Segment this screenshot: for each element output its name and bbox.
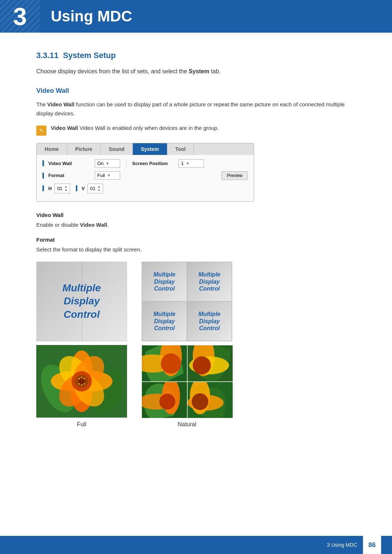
main-content: 3.3.11 System Setup Choose display devic… bbox=[0, 33, 392, 463]
mdc-cell-2: MultipleDisplayControl bbox=[187, 262, 232, 301]
video-wall-desc: The Video Wall function can be used to d… bbox=[36, 100, 356, 118]
natural-label: Natural bbox=[177, 421, 196, 428]
format-label: Format bbox=[48, 173, 92, 178]
v-label: V bbox=[82, 186, 85, 191]
screen-position-arrow: ▼ bbox=[186, 161, 189, 165]
screen-position-label: Screen Position bbox=[132, 161, 176, 166]
svg-point-25 bbox=[161, 353, 181, 374]
format-images: Multiple Display Control bbox=[36, 262, 356, 428]
format-item-full: Multiple Display Control bbox=[36, 262, 127, 428]
desc-text-videowall: Enable or disable Video Wall. bbox=[36, 220, 356, 230]
screen-position-select[interactable]: 1 ▼ bbox=[179, 159, 204, 168]
tab-system[interactable]: System bbox=[133, 143, 167, 155]
preview-button[interactable]: Preview bbox=[221, 171, 248, 180]
v-spinner-arrows[interactable]: ▲ ▼ bbox=[98, 185, 101, 192]
ui-panel: Home Picture Sound System Tool Video Wal… bbox=[36, 143, 254, 202]
section-heading: 3.3.11 System Setup bbox=[36, 51, 356, 60]
mdc-cell-4: MultipleDisplayControl bbox=[187, 301, 232, 341]
h-spinner[interactable]: 01 ▲ ▼ bbox=[54, 184, 70, 193]
chapter-header: 3 Using MDC bbox=[0, 0, 392, 33]
intro-text: Choose display devices from the list of … bbox=[36, 67, 356, 76]
tab-home[interactable]: Home bbox=[37, 143, 67, 155]
h-label: H bbox=[48, 186, 52, 191]
note-box: Video Wall Video Wall is enabled only wh… bbox=[36, 125, 356, 136]
v-bar-indicator bbox=[42, 160, 44, 166]
svg-point-16 bbox=[83, 378, 85, 379]
desc-text-format: Select the format to display the split s… bbox=[36, 245, 356, 254]
video-wall-select-arrow: ▼ bbox=[106, 161, 109, 165]
mdc-illustration-natural: MultipleDisplayControl MultipleDisplayCo… bbox=[142, 262, 232, 341]
tab-sound[interactable]: Sound bbox=[101, 143, 133, 155]
video-wall-row: Video Wall On ▼ Screen Position 1 ▼ bbox=[42, 159, 248, 168]
v-bar-indicator-3 bbox=[42, 185, 44, 191]
footer-text: 3 Using MDC bbox=[327, 542, 357, 548]
mdc-illustration-full: Multiple Display Control bbox=[36, 262, 127, 341]
svg-point-40 bbox=[192, 393, 208, 410]
svg-point-14 bbox=[78, 378, 80, 379]
video-wall-select[interactable]: On ▼ bbox=[95, 159, 120, 168]
v-bar-indicator-2 bbox=[42, 173, 44, 178]
tab-picture[interactable]: Picture bbox=[67, 143, 101, 155]
flower-image-natural bbox=[142, 345, 232, 418]
v-bar-indicator-4 bbox=[76, 185, 77, 191]
format-item-natural: MultipleDisplayControl MultipleDisplayCo… bbox=[142, 262, 232, 428]
note-text: Video Wall Video Wall is enabled only wh… bbox=[51, 125, 219, 131]
separator-1 bbox=[126, 159, 126, 167]
svg-point-19 bbox=[78, 383, 80, 385]
mdc-cell-3: MultipleDisplayControl bbox=[142, 301, 187, 341]
video-wall-label: Video Wall bbox=[48, 161, 92, 166]
format-row: Format Full ▼ Preview bbox=[42, 171, 248, 180]
svg-point-30 bbox=[193, 356, 211, 374]
hv-row: H 01 ▲ ▼ V 01 ▲ ▼ bbox=[42, 184, 248, 193]
ui-tabs: Home Picture Sound System Tool bbox=[37, 143, 254, 155]
tab-tool[interactable]: Tool bbox=[167, 143, 194, 155]
svg-point-15 bbox=[81, 377, 82, 378]
desc-heading-videowall: Video Wall bbox=[36, 212, 356, 218]
note-icon bbox=[36, 126, 46, 136]
v-spinner[interactable]: 01 ▲ ▼ bbox=[87, 184, 103, 193]
svg-point-17 bbox=[83, 383, 85, 385]
svg-point-18 bbox=[81, 384, 82, 386]
chapter-number: 3 bbox=[0, 0, 40, 33]
format-select[interactable]: Full ▼ bbox=[95, 171, 120, 180]
full-label: Full bbox=[77, 421, 86, 428]
svg-point-35 bbox=[159, 394, 175, 410]
format-arrow: ▼ bbox=[107, 173, 111, 177]
mdc-cell-1: MultipleDisplayControl bbox=[142, 262, 187, 301]
desc-heading-format: Format bbox=[36, 237, 356, 243]
flower-image-full bbox=[36, 345, 127, 418]
video-wall-heading: Video Wall bbox=[36, 87, 356, 95]
ui-panel-body: Video Wall On ▼ Screen Position 1 ▼ Form… bbox=[37, 155, 254, 201]
footer: 3 Using MDC 86 bbox=[0, 536, 392, 554]
h-spinner-arrows[interactable]: ▲ ▼ bbox=[65, 185, 68, 192]
footer-page: 86 bbox=[363, 536, 381, 554]
chapter-title: Using MDC bbox=[40, 8, 132, 25]
